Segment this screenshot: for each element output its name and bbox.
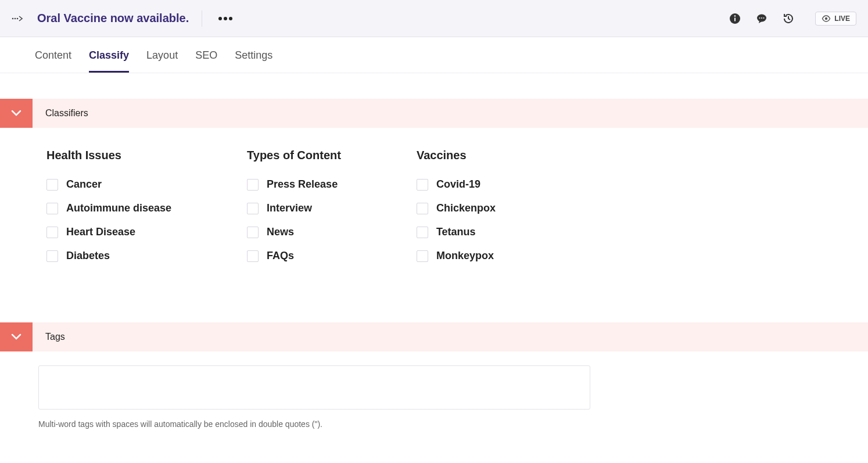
live-label: LIVE — [834, 15, 850, 23]
checkbox-item[interactable]: Monkeypox — [417, 250, 496, 262]
tags-input[interactable] — [38, 365, 590, 410]
checkbox[interactable] — [46, 227, 58, 238]
checkbox-item[interactable]: Covid-19 — [417, 178, 496, 191]
checkbox-item[interactable]: News — [247, 226, 341, 238]
checkbox-label: Monkeypox — [436, 250, 494, 262]
checkbox-item[interactable]: Press Release — [247, 178, 341, 191]
breadcrumb-arrow-icon[interactable] — [12, 15, 24, 23]
classifier-column-health-issues: Health Issues Cancer Autoimmune disease … — [46, 149, 171, 274]
classifiers-collapse-button[interactable] — [0, 99, 33, 128]
checkbox[interactable] — [247, 227, 259, 238]
checkbox-label: Heart Disease — [66, 226, 135, 238]
checkbox[interactable] — [417, 227, 428, 238]
checkbox-item[interactable]: Tetanus — [417, 226, 496, 238]
classifiers-section-title: Classifiers — [45, 108, 88, 119]
svg-point-7 — [759, 17, 761, 19]
checkbox[interactable] — [247, 179, 259, 191]
tab-layout[interactable]: Layout — [146, 39, 178, 73]
tags-section-title: Tags — [45, 332, 65, 342]
classifiers-body: Health Issues Cancer Autoimmune disease … — [0, 128, 868, 297]
tab-classify[interactable]: Classify — [89, 39, 129, 73]
checkbox-item[interactable]: Heart Disease — [46, 226, 171, 238]
checkbox[interactable] — [417, 250, 428, 262]
checkbox[interactable] — [46, 250, 58, 262]
live-status-button[interactable]: LIVE — [815, 12, 856, 26]
checkbox[interactable] — [417, 179, 428, 191]
checkbox-label: FAQs — [267, 250, 294, 262]
classifier-column-content-types: Types of Content Press Release Interview… — [247, 149, 341, 274]
checkbox-item[interactable]: Chickenpox — [417, 202, 496, 214]
checkbox[interactable] — [46, 179, 58, 191]
checkbox-label: Diabetes — [66, 250, 110, 262]
svg-point-1 — [15, 17, 16, 19]
checkbox-label: Press Release — [267, 178, 338, 191]
checkbox-item[interactable]: Autoimmune disease — [46, 202, 171, 214]
svg-point-10 — [825, 17, 827, 19]
column-heading: Health Issues — [46, 149, 171, 162]
checkbox-item[interactable]: Cancer — [46, 178, 171, 191]
checkbox-label: Interview — [267, 202, 312, 214]
classifier-column-vaccines: Vaccines Covid-19 Chickenpox Tetanus Mon… — [417, 149, 496, 274]
checkbox[interactable] — [247, 250, 259, 262]
tags-body: Multi-word tags with spaces will automat… — [0, 351, 868, 429]
checkbox-label: News — [267, 226, 294, 238]
chevron-down-icon — [11, 333, 21, 340]
svg-point-9 — [763, 17, 765, 19]
checkbox-label: Tetanus — [436, 226, 476, 238]
tags-hint: Multi-word tags with spaces will automat… — [38, 419, 868, 429]
checkbox-label: Chickenpox — [436, 202, 496, 214]
tab-content[interactable]: Content — [35, 39, 71, 73]
checkbox-item[interactable]: Interview — [247, 202, 341, 214]
svg-point-8 — [761, 17, 762, 19]
svg-point-5 — [734, 15, 736, 17]
svg-point-0 — [12, 17, 14, 19]
svg-rect-4 — [734, 17, 736, 21]
checkbox-label: Covid-19 — [436, 178, 480, 191]
checkbox[interactable] — [46, 203, 58, 214]
tab-settings[interactable]: Settings — [235, 39, 272, 73]
checkbox-item[interactable]: FAQs — [247, 250, 341, 262]
checkbox-item[interactable]: Diabetes — [46, 250, 171, 262]
tags-section-header: Tags — [0, 322, 868, 351]
svg-point-2 — [17, 17, 19, 19]
history-icon[interactable] — [783, 13, 794, 24]
divider — [202, 10, 202, 27]
checkbox[interactable] — [417, 203, 428, 214]
topbar-actions: LIVE — [729, 12, 856, 26]
checkbox-label: Cancer — [66, 178, 102, 191]
tab-bar: Content Classify Layout SEO Settings — [0, 37, 868, 73]
checkbox[interactable] — [247, 203, 259, 214]
classifiers-section-header: Classifiers — [0, 99, 868, 128]
info-icon[interactable] — [729, 13, 741, 24]
more-menu-button[interactable] — [215, 13, 236, 24]
comment-icon[interactable] — [756, 13, 767, 24]
tab-seo[interactable]: SEO — [195, 39, 217, 73]
eye-icon — [822, 15, 831, 22]
chevron-down-icon — [11, 110, 21, 117]
column-heading: Vaccines — [417, 149, 496, 162]
checkbox-label: Autoimmune disease — [66, 202, 171, 214]
topbar: Oral Vaccine now available. LIVE — [0, 0, 868, 37]
column-heading: Types of Content — [247, 149, 341, 162]
tags-collapse-button[interactable] — [0, 322, 33, 351]
page-title: Oral Vaccine now available. — [37, 12, 189, 25]
